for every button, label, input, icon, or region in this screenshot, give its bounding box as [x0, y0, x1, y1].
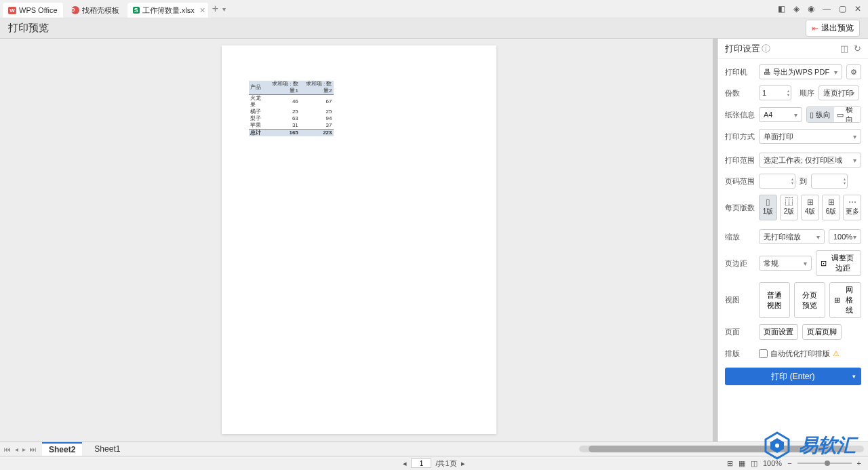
table-row: 梨子6394 [249, 115, 334, 122]
header-footer-button[interactable]: 页眉页脚 [802, 324, 842, 340]
exit-icon: ⇤ [812, 24, 818, 33]
page-from-spinner[interactable]: ▴▾ [791, 177, 793, 185]
copies-label: 份数 [725, 88, 755, 98]
preview-area[interactable]: 产品 求和项 : 数量1 求和项 : 数量2 火龙果4667橘子2525梨子63… [0, 39, 717, 442]
refresh-icon[interactable]: ↻ [854, 43, 861, 54]
panel-header: 打印设置 ⓘ ◫ ↻ [718, 39, 868, 59]
first-sheet-icon[interactable]: ⏮ [4, 446, 11, 453]
main-area: 产品 求和项 : 数量1 求和项 : 数量2 火龙果4667橘子2525梨子63… [0, 39, 868, 442]
sheet-tab-2[interactable]: Sheet2 [42, 442, 82, 456]
template-tab[interactable]: D 找稻壳模板 [66, 3, 125, 18]
pps-1[interactable]: ▯1版 [759, 195, 777, 220]
paper-select[interactable]: A4 [759, 107, 802, 122]
pps-more-icon: ⋯ [848, 199, 856, 205]
total-pages-label: /共1页 [435, 458, 456, 469]
close-tab-icon[interactable]: × [199, 5, 205, 16]
gridlines-button[interactable]: ⊞ 网格线 [829, 282, 861, 318]
current-page-input[interactable] [411, 458, 431, 468]
printer-label: 打印机 [725, 67, 755, 77]
pps-more[interactable]: ⋯更多 [843, 195, 861, 220]
pps-2[interactable]: ⿰2版 [780, 195, 798, 220]
file-tab[interactable]: S 工作簿数量.xlsx × [127, 3, 208, 18]
tab-dropdown-icon[interactable]: ▾ [222, 5, 226, 13]
zoom-slider[interactable] [797, 463, 852, 464]
view-mode-2-icon[interactable]: ▦ [738, 459, 745, 468]
grid-icon: ⊞ [834, 296, 840, 305]
app-tab-label: WPS Office [19, 6, 58, 14]
margins-label: 页边距 [725, 258, 755, 269]
pps-label: 每页版数 [725, 203, 755, 213]
exit-preview-button[interactable]: ⇤ 退出预览 [806, 20, 860, 37]
spreadsheet-icon: S [133, 7, 140, 14]
duplex-select[interactable]: 单面打印 [759, 129, 861, 144]
view-mode-1-icon[interactable]: ⊞ [727, 459, 733, 468]
scale-percent-select[interactable]: 100% [829, 229, 861, 244]
page-navigation: ◂ /共1页 ▸ [403, 458, 465, 469]
normal-view-button[interactable]: 普通视图 [759, 282, 790, 318]
prev-page-icon[interactable]: ◂ [403, 459, 407, 468]
close-window-icon[interactable]: ✕ [854, 4, 861, 14]
margins-select[interactable]: 常规 [759, 256, 812, 271]
view-label: 视图 [725, 295, 755, 305]
copies-spinner[interactable]: ▴▾ [787, 89, 789, 97]
pps-2-icon: ⿰ [785, 199, 793, 205]
statusbar: ◂ /共1页 ▸ ⊞ ▦ ◫ 100% − + [0, 456, 868, 470]
landscape-button[interactable]: ▭ 横向 [834, 107, 861, 122]
pps-6[interactable]: ⊞6版 [822, 195, 840, 220]
globe-icon[interactable]: ◉ [808, 4, 814, 14]
print-button[interactable]: 打印 (Enter) [725, 368, 861, 385]
landscape-icon: ▭ [837, 111, 844, 119]
layout-icon[interactable]: ◫ [840, 43, 848, 54]
page-range-label: 页码范围 [725, 176, 755, 187]
help-icon[interactable]: ⓘ [762, 43, 770, 55]
printer-select[interactable]: 🖶 导出为WPS PDF [759, 64, 842, 79]
prev-sheet-icon[interactable]: ◂ [15, 446, 18, 453]
template-tab-label: 找稻壳模板 [82, 5, 119, 16]
printer-settings-button[interactable]: ⚙ [846, 64, 861, 79]
minimize-icon[interactable]: — [823, 4, 831, 14]
panel-title: 打印设置 [725, 43, 760, 55]
pivot-header-q2: 求和项 : 数量2 [300, 81, 334, 95]
page-label: 页面 [725, 327, 755, 337]
zoom-out-icon[interactable]: − [787, 459, 791, 467]
scale-label: 缩放 [725, 232, 755, 242]
zoom-in-icon[interactable]: + [857, 459, 861, 467]
page-to-spinner[interactable]: ▴▾ [844, 177, 846, 185]
scale-select[interactable]: 无打印缩放 [759, 229, 825, 244]
orientation-group: ▯ 纵向 ▭ 横向 [806, 106, 861, 123]
warn-icon[interactable]: ⚠ [833, 349, 840, 358]
maximize-icon[interactable]: ▢ [839, 4, 846, 14]
order-label: 顺序 [800, 88, 814, 98]
page-setup-button[interactable]: 页面设置 [759, 324, 798, 340]
table-row: 火龙果4667 [249, 95, 334, 109]
pivot-header-product: 产品 [249, 81, 267, 95]
sheet-tab-1[interactable]: Sheet1 [87, 443, 127, 455]
pagebreak-view-button[interactable]: 分页预览 [794, 282, 825, 318]
cube-icon[interactable]: ◈ [793, 4, 800, 14]
add-tab-button[interactable]: + [212, 3, 218, 15]
order-select[interactable]: 逐页打印 [818, 85, 859, 100]
page-preview: 产品 求和项 : 数量1 求和项 : 数量2 火龙果4667橘子2525梨子63… [222, 45, 496, 434]
range-select[interactable]: 选定工作表; 仅打印区域 [759, 153, 861, 168]
next-page-icon[interactable]: ▸ [461, 459, 465, 468]
table-row: 苹果3137 [249, 122, 334, 130]
copies-input[interactable]: 1 ▴▾ [759, 85, 791, 100]
print-settings-panel: 打印设置 ⓘ ◫ ↻ 打印机 🖶 导出为WPS PDF ⚙ 份数 1 ▴▾ [717, 39, 868, 442]
table-row: 橘子2525 [249, 109, 334, 115]
zoom-level: 100% [763, 459, 782, 467]
scrollbar-thumb[interactable] [589, 446, 846, 452]
pivot-header-q1: 求和项 : 数量1 [266, 81, 300, 95]
pps-4-icon: ⊞ [807, 199, 814, 205]
view-mode-3-icon[interactable]: ◫ [751, 459, 757, 468]
adjust-margins-button[interactable]: ⊡ 调整页边距 [816, 250, 861, 276]
horizontal-scrollbar[interactable] [579, 446, 864, 452]
page-to-input[interactable]: ▴▾ [811, 174, 848, 189]
portrait-button[interactable]: ▯ 纵向 [807, 107, 834, 122]
pps-4[interactable]: ⊞4版 [801, 195, 819, 220]
page-from-input[interactable]: ▴▾ [759, 174, 795, 189]
next-sheet-icon[interactable]: ▸ [22, 446, 26, 453]
panel-toggle-icon[interactable]: ◧ [778, 4, 785, 14]
last-sheet-icon[interactable]: ⏭ [30, 446, 37, 453]
app-tab[interactable]: W WPS Office [3, 3, 63, 18]
auto-layout-checkbox[interactable] [759, 349, 768, 358]
